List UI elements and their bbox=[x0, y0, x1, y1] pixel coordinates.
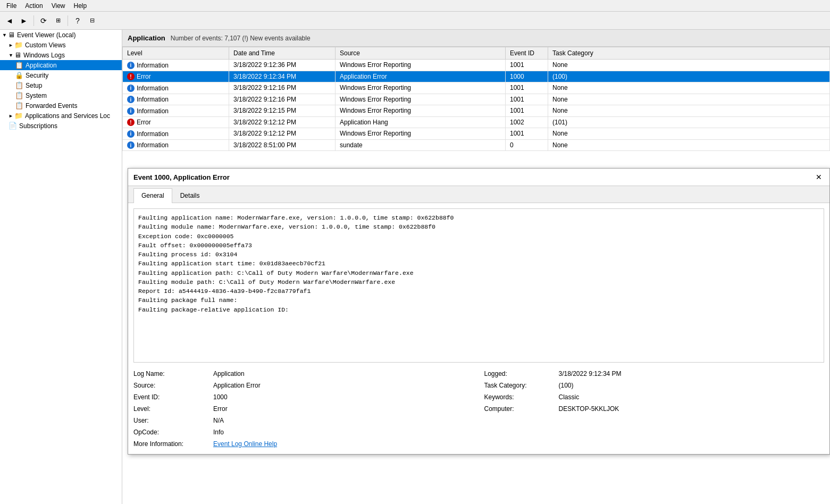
level-icon: !Error bbox=[127, 119, 151, 126]
sidebar-root[interactable]: ▼ 🖥 Event Viewer (Local) bbox=[0, 30, 122, 40]
menu-view[interactable]: View bbox=[47, 1, 70, 11]
col-taskcategory-cell: None bbox=[548, 128, 830, 140]
user-label: User: bbox=[133, 416, 208, 425]
event-table: Level Date and Time Source Event ID Task… bbox=[122, 47, 830, 151]
level-icon: iInformation bbox=[127, 107, 169, 115]
col-eventid[interactable]: Event ID bbox=[506, 47, 548, 60]
sidebar-item-security[interactable]: 🔒 Security bbox=[0, 70, 122, 80]
col-datetime-cell: 3/18/2022 9:12:12 PM bbox=[229, 116, 336, 128]
menu-help[interactable]: Help bbox=[70, 1, 91, 11]
col-level[interactable]: Level bbox=[123, 47, 229, 60]
col-eventid-cell: 1001 bbox=[506, 60, 548, 71]
col-datetime-cell: 3/18/2022 9:12:36 PM bbox=[229, 60, 336, 71]
table-row[interactable]: !Error 3/18/2022 9:12:12 PM Application … bbox=[123, 116, 830, 128]
error-icon: ! bbox=[127, 73, 135, 80]
source-label: Source: bbox=[133, 381, 208, 390]
opcode-label: OpCode: bbox=[133, 427, 208, 437]
more-info-value: Event Log Online Help bbox=[213, 439, 479, 449]
level-text: Information bbox=[137, 130, 169, 138]
col-taskcategory-cell: None bbox=[548, 94, 830, 105]
content-title: Application bbox=[128, 34, 165, 42]
table-row[interactable]: !Error 3/18/2022 9:12:34 PM Application … bbox=[123, 71, 830, 82]
computer-label: Computer: bbox=[484, 404, 554, 414]
level-text: Information bbox=[137, 107, 169, 115]
dialog-title: Event 1000, Application Error bbox=[133, 173, 230, 181]
level-text: Information bbox=[137, 141, 169, 149]
toolbar-sep2 bbox=[68, 15, 68, 26]
menu-action[interactable]: Action bbox=[21, 1, 47, 11]
col-datetime-cell: 3/18/2022 9:12:16 PM bbox=[229, 82, 336, 94]
forwarded-events-icon: 📋 bbox=[15, 102, 23, 110]
task-category-value: (100) bbox=[559, 381, 825, 390]
col-source[interactable]: Source bbox=[336, 47, 506, 60]
table-row[interactable]: iInformation 3/18/2022 8:51:00 PM sundat… bbox=[123, 139, 830, 151]
toolbar-refresh[interactable]: ⟳ bbox=[37, 14, 50, 27]
info-icon: i bbox=[127, 85, 135, 92]
logged-value: 3/18/2022 9:12:34 PM bbox=[559, 369, 825, 379]
more-info-label: More Information: bbox=[133, 439, 208, 449]
col-taskcategory-cell: None bbox=[548, 60, 830, 71]
col-datetime[interactable]: Date and Time bbox=[229, 47, 336, 60]
level-text: Information bbox=[137, 62, 169, 69]
main-layout: ▼ 🖥 Event Viewer (Local) ► 📁 Custom View… bbox=[0, 30, 830, 504]
table-row[interactable]: iInformation 3/18/2022 9:12:12 PM Window… bbox=[123, 128, 830, 140]
sidebar-item-subscriptions[interactable]: 📄 Subscriptions bbox=[0, 121, 122, 131]
toolbar-view[interactable]: ⊞ bbox=[52, 14, 64, 27]
toolbar-help[interactable]: ? bbox=[71, 14, 84, 27]
log-name-value: Application bbox=[213, 369, 479, 379]
menu-file[interactable]: File bbox=[2, 1, 21, 11]
application-icon: 📋 bbox=[15, 61, 23, 69]
col-eventid-cell: 1001 bbox=[506, 128, 548, 140]
sidebar-item-setup[interactable]: 📋 Setup bbox=[0, 80, 122, 90]
apps-services-arrow[interactable]: ► bbox=[9, 113, 13, 119]
toolbar-back[interactable]: ◄ bbox=[3, 14, 16, 27]
level-label: Level: bbox=[133, 404, 208, 414]
event-id-value: 1000 bbox=[213, 392, 479, 402]
sidebar-item-application[interactable]: 📋 Application bbox=[0, 60, 122, 70]
event-table-container[interactable]: Level Date and Time Source Event ID Task… bbox=[122, 47, 830, 151]
col-taskcategory-cell: (101) bbox=[548, 116, 830, 128]
col-eventid-cell: 1001 bbox=[506, 105, 548, 117]
col-datetime-cell: 3/18/2022 9:12:16 PM bbox=[229, 94, 336, 105]
custom-views-icon: 📁 bbox=[14, 41, 23, 49]
sidebar-label-application: Application bbox=[26, 62, 57, 69]
event-text-content[interactable]: Faulting application name: ModernWarfare… bbox=[133, 208, 824, 363]
table-row[interactable]: iInformation 3/18/2022 9:12:16 PM Window… bbox=[123, 94, 830, 105]
info-icon: i bbox=[127, 96, 135, 103]
root-expand-arrow[interactable]: ▼ bbox=[2, 32, 7, 38]
level-icon: iInformation bbox=[127, 96, 169, 103]
level-icon: iInformation bbox=[127, 141, 169, 149]
event-id-label: Event ID: bbox=[133, 392, 208, 402]
sidebar-item-system[interactable]: 📋 System bbox=[0, 90, 122, 100]
info-icon: i bbox=[127, 141, 135, 149]
level-icon: !Error bbox=[127, 73, 151, 80]
tab-details[interactable]: Details bbox=[172, 188, 208, 203]
event-log-online-help-link[interactable]: Event Log Online Help bbox=[213, 440, 277, 448]
table-row[interactable]: iInformation 3/18/2022 9:12:16 PM Window… bbox=[123, 82, 830, 94]
info-icon: i bbox=[127, 107, 135, 115]
col-source-cell: Windows Error Reporting bbox=[336, 60, 506, 71]
toolbar-forward[interactable]: ► bbox=[18, 14, 30, 27]
level-text: Error bbox=[137, 73, 151, 80]
level-value: Error bbox=[213, 404, 479, 414]
sidebar-item-apps-services[interactable]: ► 📁 Applications and Services Loc bbox=[0, 111, 122, 121]
sidebar-item-windows-logs[interactable]: ▼ 🖥 Windows Logs bbox=[0, 50, 122, 60]
sidebar-item-custom-views[interactable]: ► 📁 Custom Views bbox=[0, 40, 122, 50]
table-row[interactable]: iInformation 3/18/2022 9:12:36 PM Window… bbox=[123, 60, 830, 71]
col-datetime-cell: 3/18/2022 8:51:00 PM bbox=[229, 139, 336, 151]
dialog-title-bar: Event 1000, Application Error ✕ bbox=[128, 169, 829, 186]
windows-logs-arrow[interactable]: ▼ bbox=[9, 53, 13, 58]
col-source-cell: Application Error bbox=[336, 71, 506, 82]
table-row[interactable]: iInformation 3/18/2022 9:12:15 PM Window… bbox=[123, 105, 830, 117]
content-header: Application Number of events: 7,107 (!) … bbox=[122, 30, 830, 47]
tab-general[interactable]: General bbox=[133, 188, 172, 203]
dialog-body: Faulting application name: ModernWarfare… bbox=[128, 203, 829, 454]
dialog-close-button[interactable]: ✕ bbox=[814, 172, 824, 182]
sidebar-label-apps-services: Applications and Services Loc bbox=[25, 112, 110, 120]
toolbar-extra[interactable]: ⊟ bbox=[86, 14, 98, 27]
sidebar-item-forwarded-events[interactable]: 📋 Forwarded Events bbox=[0, 100, 122, 111]
sidebar: ▼ 🖥 Event Viewer (Local) ► 📁 Custom View… bbox=[0, 30, 122, 504]
col-taskcategory[interactable]: Task Category bbox=[548, 47, 830, 60]
custom-views-arrow[interactable]: ► bbox=[9, 43, 13, 48]
level-icon: iInformation bbox=[127, 85, 169, 92]
